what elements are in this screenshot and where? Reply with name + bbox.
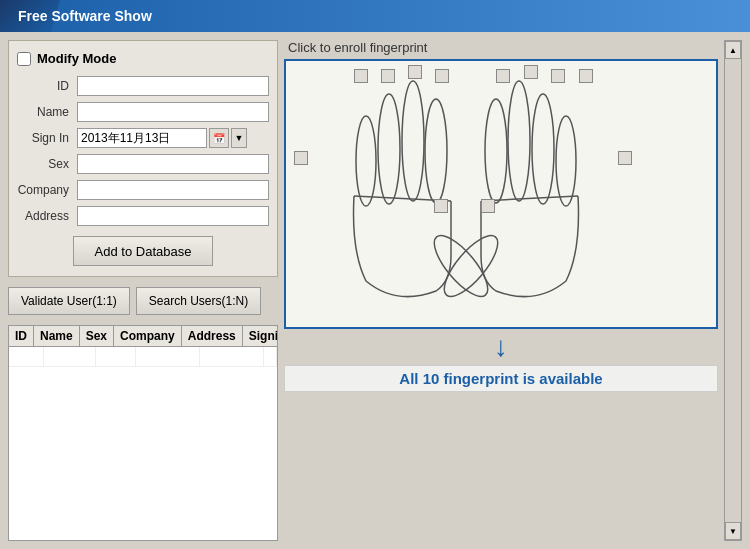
- name-input[interactable]: [77, 102, 269, 122]
- company-input[interactable]: [77, 180, 269, 200]
- right-panel: Click to enroll fingerprint: [284, 40, 718, 541]
- fp-left-middle-top[interactable]: [408, 65, 422, 79]
- fp-left-pinky-top[interactable]: [354, 69, 368, 83]
- bottom-buttons: Validate User(1:1) Search Users(1:N): [8, 283, 278, 319]
- signin-dropdown-button[interactable]: ▼: [231, 128, 247, 148]
- title-bar: Free Software Show: [0, 0, 750, 32]
- svg-point-5: [485, 99, 507, 203]
- fp-left-index-top[interactable]: [435, 69, 449, 83]
- sex-label: Sex: [17, 157, 77, 171]
- svg-point-6: [508, 81, 530, 201]
- name-row: Name: [17, 102, 269, 122]
- modify-mode-checkbox[interactable]: [17, 52, 31, 66]
- table-body: [9, 347, 277, 537]
- cell-address: [200, 347, 264, 366]
- fp-left-thumb-top[interactable]: [434, 199, 448, 213]
- calendar-button[interactable]: 📅: [209, 128, 229, 148]
- validate-user-button[interactable]: Validate User(1:1): [8, 287, 130, 315]
- id-row: ID: [17, 76, 269, 96]
- fingerprint-box[interactable]: [284, 59, 718, 329]
- add-to-database-button[interactable]: Add to Database: [73, 236, 213, 266]
- fp-right-middle-top[interactable]: [524, 65, 538, 79]
- sex-input[interactable]: [77, 154, 269, 174]
- form-area: Modify Mode ID Name Sign In 📅 ▼: [8, 40, 278, 277]
- fp-right-index-top[interactable]: [496, 69, 510, 83]
- main-content: Modify Mode ID Name Sign In 📅 ▼: [0, 32, 750, 549]
- cell-signin: [264, 347, 277, 366]
- signin-label: Sign In: [17, 131, 77, 145]
- svg-point-8: [556, 116, 576, 206]
- fingerprint-section: Click to enroll fingerprint: [284, 40, 718, 541]
- left-hand: [354, 81, 497, 304]
- svg-point-1: [378, 94, 400, 204]
- arrow-down: ↓: [284, 333, 718, 361]
- signin-row: Sign In 📅 ▼: [17, 128, 269, 148]
- col-header-sex: Sex: [80, 326, 114, 346]
- table-row[interactable]: [9, 347, 277, 367]
- id-label: ID: [17, 79, 77, 93]
- enroll-label: Click to enroll fingerprint: [284, 40, 718, 55]
- scroll-up-button[interactable]: ▲: [725, 41, 741, 59]
- scroll-down-button[interactable]: ▼: [725, 522, 741, 540]
- id-input[interactable]: [77, 76, 269, 96]
- address-label: Address: [17, 209, 77, 223]
- right-hand: [436, 81, 579, 304]
- svg-point-2: [402, 81, 424, 201]
- signin-input-group: 📅 ▼: [77, 128, 247, 148]
- col-header-id: ID: [9, 326, 34, 346]
- search-users-button[interactable]: Search Users(1:N): [136, 287, 261, 315]
- sex-row: Sex: [17, 154, 269, 174]
- fp-left-ring-top[interactable]: [381, 69, 395, 83]
- fp-right-thumb-top[interactable]: [481, 199, 495, 213]
- svg-point-3: [425, 99, 447, 203]
- col-header-address: Address: [182, 326, 243, 346]
- col-header-company: Company: [114, 326, 182, 346]
- table-area: ID Name Sex Company Address Signin: [8, 325, 278, 541]
- company-row: Company: [17, 180, 269, 200]
- fp-left-side[interactable]: [294, 151, 308, 165]
- svg-point-7: [532, 94, 554, 204]
- scroll-track: [725, 59, 741, 522]
- modify-mode-row: Modify Mode: [17, 51, 269, 66]
- side-scrollbar: ▲ ▼: [724, 40, 742, 541]
- table-header: ID Name Sex Company Address Signin: [9, 326, 277, 347]
- fp-right-side[interactable]: [618, 151, 632, 165]
- cell-company: [136, 347, 200, 366]
- hands-svg: [286, 61, 646, 329]
- fingerprint-status: All 10 fingerprint is available: [284, 365, 718, 392]
- fp-right-ring-top[interactable]: [551, 69, 565, 83]
- svg-point-0: [356, 116, 376, 206]
- cell-id: [9, 347, 44, 366]
- name-label: Name: [17, 105, 77, 119]
- app-title: Free Software Show: [18, 8, 152, 24]
- col-header-name: Name: [34, 326, 80, 346]
- cell-name: [44, 347, 96, 366]
- address-row: Address: [17, 206, 269, 226]
- col-header-signin: Signin: [243, 326, 278, 346]
- cell-sex: [96, 347, 136, 366]
- signin-input[interactable]: [77, 128, 207, 148]
- modify-mode-label: Modify Mode: [37, 51, 116, 66]
- company-label: Company: [17, 183, 77, 197]
- address-input[interactable]: [77, 206, 269, 226]
- fp-right-pinky-top[interactable]: [579, 69, 593, 83]
- left-panel: Modify Mode ID Name Sign In 📅 ▼: [8, 40, 278, 541]
